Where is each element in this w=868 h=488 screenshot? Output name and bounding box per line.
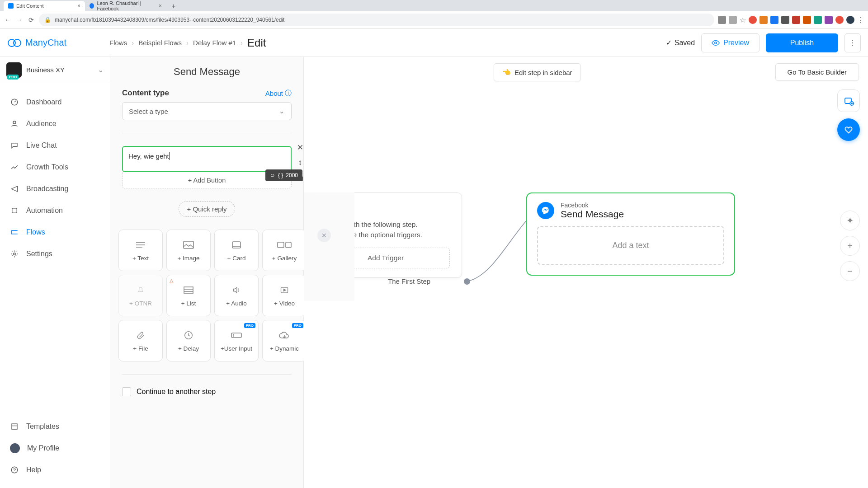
- video-icon: [276, 285, 292, 296]
- brand-logo[interactable]: ManyChat: [7, 36, 109, 50]
- continue-row[interactable]: Continue to another step: [110, 387, 303, 396]
- tile-image[interactable]: + Image: [166, 230, 211, 271]
- tile-video[interactable]: + Video: [262, 275, 307, 316]
- svg-rect-19: [184, 287, 193, 293]
- lock-icon: 🔒: [44, 17, 51, 23]
- cloud-icon: [276, 330, 292, 341]
- add-step-fab[interactable]: [837, 89, 860, 112]
- nav-growth[interactable]: Growth Tools: [0, 156, 110, 178]
- variable-icon[interactable]: { }: [278, 172, 283, 178]
- crumb-item[interactable]: Delay Flow #1: [193, 39, 236, 47]
- sidebar: PRO Business XY ⌄ Dashboard Audience Liv…: [0, 57, 110, 488]
- nav-label: Broadcasting: [26, 185, 68, 193]
- nav-flows[interactable]: Flows: [0, 221, 110, 243]
- favicon: [8, 3, 14, 9]
- avatar-icon: [10, 443, 20, 453]
- nav-label: Dashboard: [26, 98, 61, 106]
- nav-settings[interactable]: Settings: [0, 243, 110, 265]
- ext-icon[interactable]: [718, 16, 726, 24]
- close-icon[interactable]: ×: [159, 3, 162, 9]
- ext-icon[interactable]: [781, 16, 789, 24]
- breadcrumb: Flows› Beispiel Flows› Delay Flow #1› Ed…: [109, 37, 266, 49]
- crumb-item[interactable]: Flows: [109, 39, 127, 47]
- url-text: manychat.com/fb181039443240830​9/cms/fil…: [55, 17, 284, 23]
- favicon: [90, 3, 94, 9]
- ext-icon[interactable]: [814, 16, 822, 24]
- tile-otnr: + OTNR: [118, 275, 163, 316]
- about-link[interactable]: Aboutⓘ: [265, 89, 292, 98]
- workspace-name: Business XY: [26, 66, 93, 74]
- growth-icon: [10, 163, 19, 172]
- edit-sidebar-chip[interactable]: 👈 Edit step in sidebar: [494, 63, 581, 81]
- heart-fab[interactable]: [837, 118, 860, 141]
- nav-broadcasting[interactable]: Broadcasting: [0, 178, 110, 200]
- add-quick-reply[interactable]: + Quick reply: [179, 201, 236, 217]
- ext-icon[interactable]: [792, 16, 800, 24]
- continue-label: Continue to another step: [137, 388, 216, 396]
- tab-title: Edit Content: [16, 3, 44, 9]
- ext-icon[interactable]: [835, 16, 844, 24]
- workspace-switcher[interactable]: PRO Business XY ⌄: [0, 57, 110, 83]
- avatar-icon[interactable]: [846, 16, 854, 24]
- ext-icon[interactable]: [770, 16, 778, 24]
- new-tab-button[interactable]: +: [169, 2, 178, 11]
- output-port[interactable]: [464, 278, 470, 285]
- pro-badge: PRO: [292, 323, 303, 328]
- tile-delay[interactable]: + Delay: [166, 320, 211, 361]
- checkbox[interactable]: [122, 387, 131, 396]
- flow-canvas[interactable]: 👈 Edit step in sidebar Go To Basic Build…: [304, 57, 868, 488]
- tile-file[interactable]: + File: [118, 320, 163, 361]
- nav-label: Help: [26, 466, 41, 474]
- nav-templates[interactable]: Templates: [0, 416, 110, 437]
- menu-icon[interactable]: ⋮: [857, 16, 864, 24]
- emoji-icon[interactable]: ☺: [270, 172, 275, 178]
- browser-tab-1[interactable]: Leon R. Chaudhari | Facebook ×: [85, 1, 166, 11]
- basic-builder-chip[interactable]: Go To Basic Builder: [775, 63, 859, 81]
- nav-profile[interactable]: My Profile: [0, 437, 110, 459]
- forward-icon[interactable]: →: [15, 16, 24, 24]
- audio-icon: [228, 285, 245, 296]
- fit-button[interactable]: ✦: [840, 211, 860, 230]
- browser-tab-0[interactable]: Edit Content ×: [4, 1, 85, 11]
- tile-user-input[interactable]: PRO+User Input: [214, 320, 259, 361]
- tile-list[interactable]: △+ List: [166, 275, 211, 316]
- ext-icon[interactable]: [760, 16, 768, 24]
- ext-icon[interactable]: [825, 16, 833, 24]
- tile-audio[interactable]: + Audio: [214, 275, 259, 316]
- tile-gallery[interactable]: + Gallery: [262, 230, 307, 271]
- node-title: Send Message: [561, 209, 624, 219]
- clock-icon: [180, 330, 197, 341]
- send-message-node[interactable]: Facebook Send Message Add a text: [526, 192, 735, 276]
- tile-text[interactable]: + Text: [118, 230, 163, 271]
- saved-indicator: ✓ Saved: [666, 38, 695, 47]
- nav-dashboard[interactable]: Dashboard: [0, 91, 110, 113]
- ext-icon[interactable]: [729, 16, 737, 24]
- ext-icon[interactable]: [749, 16, 757, 24]
- address-bar[interactable]: 🔒 manychat.com/fb181039443240830​9/cms/f…: [39, 14, 714, 26]
- nav-help[interactable]: Help: [0, 459, 110, 481]
- ext-icon[interactable]: [803, 16, 811, 24]
- reload-icon[interactable]: ⟳: [27, 16, 35, 24]
- templates-icon: [10, 422, 19, 431]
- star-icon[interactable]: ☆: [740, 16, 746, 24]
- preview-label: Preview: [723, 39, 749, 47]
- panel-overlap: [304, 192, 354, 301]
- zoom-in-button[interactable]: +: [840, 236, 860, 256]
- add-text-slot[interactable]: Add a text: [537, 226, 724, 265]
- tile-dynamic[interactable]: PRO+ Dynamic: [262, 320, 307, 361]
- back-icon[interactable]: ←: [4, 16, 12, 24]
- close-round-icon[interactable]: ✕: [317, 229, 331, 242]
- nav-audience[interactable]: Audience: [0, 113, 110, 135]
- content-type-select[interactable]: Select a type ⌄: [122, 102, 292, 120]
- zoom-out-button[interactable]: −: [840, 261, 860, 281]
- nav-automation[interactable]: Automation: [0, 200, 110, 221]
- message-input[interactable]: Hey, wie geht: [122, 146, 292, 172]
- crumb-item[interactable]: Beispiel Flows: [138, 39, 182, 47]
- publish-button[interactable]: Publish: [766, 33, 838, 52]
- more-button[interactable]: ⋮: [844, 33, 861, 52]
- nav-livechat[interactable]: Live Chat: [0, 135, 110, 156]
- preview-button[interactable]: Preview: [701, 33, 760, 52]
- close-icon[interactable]: ×: [77, 3, 80, 9]
- content-tiles: + Text + Image + Card + Gallery + OTNR △…: [110, 230, 303, 361]
- tile-card[interactable]: + Card: [214, 230, 259, 271]
